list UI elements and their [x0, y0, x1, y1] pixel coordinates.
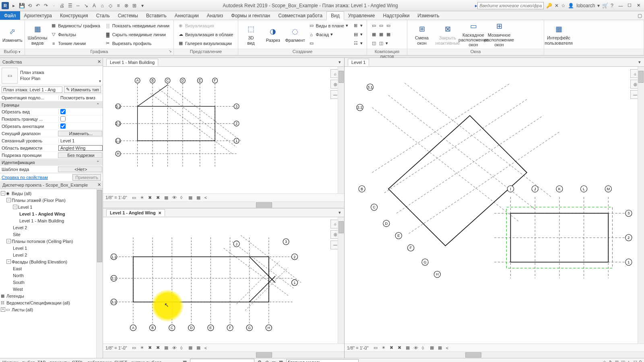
identity-group[interactable]: Идентификация⌃ — [0, 159, 103, 166]
tab-annotate[interactable]: Аннотации — [171, 11, 203, 20]
search-input[interactable] — [477, 2, 544, 9]
tree-elevations[interactable]: −Фасады (Building Elevation) — [0, 258, 103, 265]
scope-box-field[interactable]: Angled Wing — [58, 145, 103, 151]
scale-label[interactable]: 1/8" = 1'-0" — [347, 346, 369, 350]
thin-lines-button[interactable]: ≡Тонкие линии — [49, 39, 102, 47]
star-icon[interactable]: ☆ — [561, 3, 566, 8]
3d-icon[interactable]: ⌂ — [99, 2, 105, 9]
properties-close-icon[interactable]: ✕ — [97, 59, 101, 64]
elevation-button[interactable]: ⌂Фасад ▾ — [307, 31, 350, 39]
subscription-icon[interactable]: 🔑 — [546, 3, 552, 8]
view-tab-l1[interactable]: Level 1 — [348, 59, 369, 66]
view-templates-button[interactable]: ▦Шаблоны видов — [27, 22, 47, 47]
title-button[interactable]: ▦▦▦ — [369, 31, 393, 39]
tag-icon[interactable]: ↘ — [83, 2, 89, 9]
tree-ceiling[interactable]: −Планы потолков (Ceiling Plan) — [0, 238, 103, 245]
section-button[interactable]: ◑Разрез — [263, 22, 283, 47]
sel-icon-1[interactable]: ☆ — [603, 360, 607, 362]
tab-file[interactable]: Файл — [0, 11, 20, 20]
view-tab-main[interactable]: Level 1 - Main Building — [106, 59, 158, 66]
view-tab-angled[interactable]: Level 1 - Angled Wing✕ — [106, 209, 165, 216]
view-canvas-l1[interactable]: 3.1 2.1 C D E F G H I J K L M — [345, 67, 644, 343]
tree-l2[interactable]: Level 2 — [0, 224, 103, 231]
callout-button[interactable]: ◌Фрагмент — [285, 22, 305, 47]
comm-icon[interactable]: ✕ — [555, 3, 559, 8]
legend-button[interactable]: ▤▾ — [351, 31, 364, 39]
measure-icon[interactable]: ☰ — [67, 2, 73, 9]
crop-view-checkbox[interactable] — [60, 109, 66, 114]
thin-icon[interactable]: ≡ — [115, 2, 122, 9]
filters-button[interactable]: ▽Фильтры — [49, 31, 102, 39]
print-icon[interactable]: 🖨 — [59, 2, 65, 9]
tile-button[interactable]: ⊞Мозаичное расположение окон — [487, 22, 511, 47]
redo-icon[interactable]: ↷ — [43, 2, 49, 9]
type-selector[interactable]: ▭ План этажаFloor Plan ▾ — [0, 66, 103, 85]
tree-east[interactable]: East — [0, 265, 103, 272]
view1-hscroll[interactable] — [103, 202, 344, 208]
tab-addins[interactable]: Надстройки — [379, 11, 414, 20]
close-icon[interactable]: ⊗ — [123, 2, 130, 9]
render-gallery-button[interactable]: ▦Галерея визуализации — [176, 39, 235, 47]
ui-button[interactable]: ▦Интерфейс пользователя — [547, 22, 571, 47]
view-maximize-icon[interactable]: ▾ — [339, 60, 341, 65]
tab-structure[interactable]: Конструкция — [56, 11, 92, 20]
tab-manage[interactable]: Управление — [344, 11, 379, 20]
workset-combo[interactable] — [286, 359, 359, 362]
tree-l1[interactable]: −Level 1 — [0, 204, 103, 210]
tree-site[interactable]: Site — [0, 231, 103, 238]
save-icon[interactable]: 💾 — [19, 2, 25, 9]
visibility-button[interactable]: ▦Видимость/ графика — [49, 22, 102, 30]
instance-combo[interactable]: План этажа: Level 1 - Ang — [2, 86, 62, 93]
workset-icon[interactable]: ▦ — [183, 360, 187, 362]
remove-hidden-button[interactable]: ▓Скрыть невидимые линии — [103, 31, 171, 39]
view3-hscroll[interactable] — [345, 352, 644, 358]
view-canvas-main[interactable]: A B C D E F 3.1 2.1 1.1 H 3 2 1 — [103, 67, 344, 193]
undo-icon[interactable]: ↶ — [35, 2, 41, 9]
view2-hscroll[interactable] — [103, 352, 344, 358]
tree-floorplans[interactable]: −Планы этажей (Floor Plan) — [0, 197, 103, 204]
cloud-render-button[interactable]: ☁Визуализация в облаке — [176, 31, 235, 39]
help-icon[interactable]: ? — [611, 3, 613, 8]
sel-icon-3[interactable]: ⊞ — [615, 360, 619, 362]
dd-icon[interactable]: ▾ — [139, 2, 146, 9]
switch-icon[interactable]: ⊞ — [131, 2, 138, 9]
user-dd[interactable]: ▾ — [597, 3, 600, 8]
filter-combo[interactable] — [190, 359, 254, 362]
rev-button[interactable]: ◫◫▾ — [369, 39, 393, 47]
show-hidden-button[interactable]: ░Показать невидимые линии — [103, 22, 171, 30]
minimize-icon[interactable]: — — [617, 2, 625, 9]
username[interactable]: loboarch — [576, 3, 595, 8]
sched-button[interactable]: ☷▾ — [351, 39, 364, 47]
tree-l1-angled[interactable]: Level 1 - Angled Wing — [0, 210, 103, 217]
user-icon[interactable]: 👤 — [568, 3, 574, 8]
sync-icon[interactable]: ⟲ — [27, 2, 33, 9]
cut-profile-button[interactable]: ✂Вырезать профиль — [103, 39, 171, 47]
annot-crop-checkbox[interactable] — [60, 123, 66, 129]
tab-close-icon[interactable]: ✕ — [158, 211, 161, 215]
tree-south[interactable]: South — [0, 279, 103, 286]
tree-schedules[interactable]: ☷Ведомости/Спецификации (all) — [0, 299, 103, 306]
crop-visible-checkbox[interactable] — [60, 116, 66, 121]
section-icon[interactable]: ◇ — [107, 2, 114, 9]
sel-icon-4[interactable]: ◫ — [621, 360, 625, 362]
sel-icon-5[interactable]: ↘ — [627, 360, 631, 362]
tab-view[interactable]: Вид — [326, 11, 344, 20]
edit-type-button[interactable]: ✎Изменить тип — [64, 86, 101, 93]
tree-cp-l2[interactable]: Level 2 — [0, 251, 103, 258]
tree-north[interactable]: North — [0, 272, 103, 279]
scale-label[interactable]: 1/8" = 1'-0" — [105, 346, 127, 350]
tab-modify[interactable]: Изменить — [413, 11, 443, 20]
text-icon[interactable]: A — [91, 2, 97, 9]
ribbon-expand-icon[interactable]: ▢ — [635, 11, 644, 20]
view1-vscroll[interactable] — [338, 67, 344, 193]
extents-group[interactable]: Границы⌃ — [0, 101, 103, 108]
depth-clip-button[interactable]: Без подрезки — [58, 152, 102, 158]
view-template-button[interactable]: <Нет> — [58, 167, 102, 172]
properties-help-link[interactable]: Справка по свойствам — [2, 175, 48, 180]
sel-icon-7[interactable]: 0 — [639, 360, 642, 362]
modify-button[interactable]: ⬀Изменить — [2, 22, 23, 47]
sel-icon-6[interactable]: ▽ — [634, 360, 637, 362]
plan-views-button[interactable]: ▭Виды в плане ▾ — [307, 22, 350, 30]
linked-icon[interactable]: ▦ — [279, 360, 283, 362]
tab-collab[interactable]: Совместная работа — [274, 11, 326, 20]
